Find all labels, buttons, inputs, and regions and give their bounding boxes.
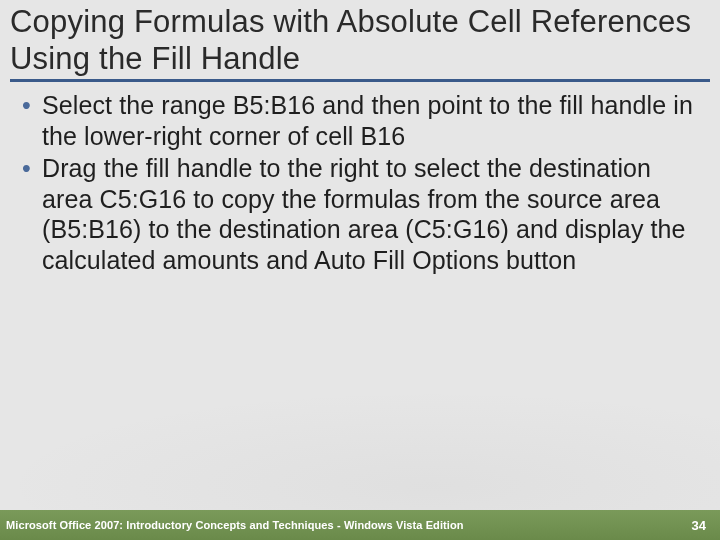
- list-item: Select the range B5:B16 and then point t…: [18, 90, 702, 151]
- slide: Copying Formulas with Absolute Cell Refe…: [0, 0, 720, 540]
- body-area: Select the range B5:B16 and then point t…: [0, 82, 720, 275]
- title-area: Copying Formulas with Absolute Cell Refe…: [0, 0, 720, 82]
- list-item: Drag the fill handle to the right to sel…: [18, 153, 702, 275]
- footer-text: Microsoft Office 2007: Introductory Conc…: [6, 519, 464, 531]
- slide-title: Copying Formulas with Absolute Cell Refe…: [10, 4, 710, 77]
- footer-bar: Microsoft Office 2007: Introductory Conc…: [0, 510, 720, 540]
- background-smudge: [0, 390, 720, 510]
- bullet-list: Select the range B5:B16 and then point t…: [18, 90, 702, 275]
- page-number: 34: [692, 518, 706, 533]
